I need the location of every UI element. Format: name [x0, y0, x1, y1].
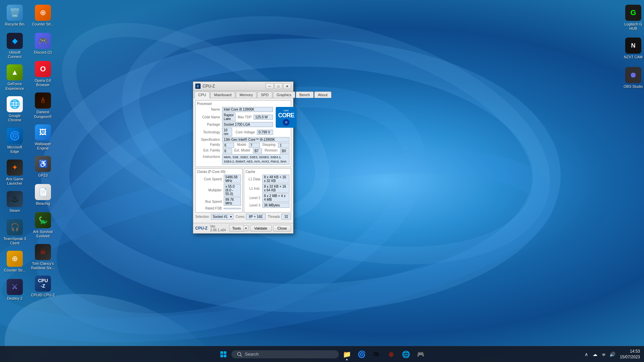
l1-inst-label: L1 Inst. [246, 187, 262, 190]
taskbar-store[interactable]: 🛍 [370, 348, 383, 361]
tab-graphics[interactable]: Graphics [273, 92, 295, 98]
l1-inst-row: L1 Inst. 8 x 32 KB + 16 x 64 KB [246, 184, 289, 193]
svg-rect-6 [224, 351, 226, 354]
intel-i9-badge: i9 [283, 119, 289, 126]
desktop-icon-ubisoft-connect[interactable]: ◆ Ubisoft Connect [1, 31, 28, 61]
taskbar-xbox[interactable]: 🎮 [414, 348, 427, 361]
start-button[interactable] [217, 348, 230, 361]
desktop-icon-counter-strike-2[interactable]: ⊕ Counter Str... [30, 3, 56, 29]
taskbar-chrome[interactable]: 🌐 [399, 348, 413, 361]
tray-speaker-icon[interactable]: 🔊 [609, 351, 616, 358]
core-voltage-value: 0.799 V [257, 130, 273, 135]
window-controls: ─ □ ✕ [266, 83, 291, 89]
bus-speed-value: 99.76 MHz [224, 197, 241, 206]
level3-value: 36 MBytes [262, 203, 289, 208]
desktop-icon-steam[interactable]: ♨ Steam [1, 189, 28, 216]
core-speed-label: Core Speed [197, 177, 224, 181]
desktop-icon-logitech-g-hub[interactable]: G Logitech G HUB [620, 3, 644, 33]
tray-wifi-icon[interactable] [600, 351, 607, 358]
core-voltage-label: Core Voltage [233, 130, 257, 134]
tools-button[interactable]: Tools [229, 225, 244, 232]
desktop-icon-ark-survival-evolved[interactable]: 🦕 Ark Survival Evolved [30, 210, 56, 240]
tools-dropdown-arrow[interactable]: ▾ [244, 225, 249, 231]
desktop: 🗑️ Recycle Bin ◆ Ubisoft Connect ▲ GeFor… [0, 0, 644, 346]
package-label: Package [197, 123, 222, 126]
desktop-icon-nzxt-cam[interactable]: N NZXT CAM [620, 36, 644, 62]
rated-fsb-row: Rated FSB [197, 206, 241, 210]
tray-chevron-up[interactable]: ∧ [583, 351, 590, 358]
family-label: Family [197, 143, 222, 148]
close-button-footer[interactable]: Close [273, 225, 291, 232]
processor-section-title: Processor [197, 102, 289, 106]
core-speed-row: Core Speed 5486.58 MHz [197, 175, 241, 183]
level2-value: 8 x 2 MB + 4 x 4 MB [262, 193, 289, 202]
desktop-icon-recycle-bin[interactable]: 🗑️ Recycle Bin [1, 3, 28, 29]
svg-rect-7 [220, 355, 223, 357]
tab-cpu[interactable]: CPU [195, 92, 210, 98]
selection-dropdown[interactable]: Socket #1 ▾ [211, 214, 233, 220]
desktop-icon-bleachig[interactable]: 📄 Bleachig [30, 182, 56, 209]
ext-family-model-revision-row: Ext. Family 6 Ext. Model B7 Revision B0 [197, 148, 289, 154]
close-button[interactable]: ✕ [283, 83, 291, 89]
cores-value: 8P + 16E [246, 214, 266, 220]
window-footer: CPU-Z Ver. 2.06.1.x64 Tools ▾ Validate C… [193, 223, 293, 233]
svg-rect-5 [220, 351, 223, 354]
level3-label: Level 3 [246, 203, 262, 207]
desktop-icon-wallpaper-engine[interactable]: 🖼 Wallpaper Engine [30, 122, 56, 153]
cores-label: Cores [235, 215, 245, 219]
multiplier-label: Multiplier [197, 188, 224, 192]
desktop-icon-google-chrome[interactable]: 🌐 Google Chrome [1, 94, 28, 124]
specification-label: Specification [197, 138, 222, 141]
tab-mainboard[interactable]: Mainboard [210, 92, 235, 98]
rated-fsb-value [224, 208, 241, 209]
model-label: Model [235, 143, 248, 148]
desktop-icon-destiny-2[interactable]: ⚔ Destiny 2 [1, 277, 28, 304]
svg-line-10 [240, 355, 242, 357]
desktop-icon-counter-strike[interactable]: ⊕ Counter Str... [1, 249, 28, 276]
maximize-button[interactable]: □ [274, 83, 282, 89]
desktop-icon-cpuid-cpu-z[interactable]: CPU-Z CPUID CPU-Z [30, 274, 56, 300]
technology-label: Technology [197, 130, 222, 134]
window-titlebar[interactable]: Z CPU-Z ─ □ ✕ [193, 82, 293, 91]
multiplier-value: x 55.0 (8.0 - 55.0) [224, 184, 241, 196]
selection-label: Selection [195, 215, 209, 219]
tab-about[interactable]: About [314, 92, 331, 98]
tab-memory[interactable]: Memory [236, 92, 257, 98]
cpuz-title-icon: Z [195, 83, 201, 89]
revision-label: Revision [263, 148, 279, 154]
desktop-icon-gp23[interactable]: ♿ GP23 [30, 154, 56, 181]
system-clock[interactable]: 14:53 15/07/2023 [620, 349, 640, 360]
validate-button[interactable]: Validate [250, 225, 272, 232]
desktop-icon-grid-left: 🗑️ Recycle Bin ◆ Ubisoft Connect ▲ GeFor… [0, 0, 40, 330]
tab-bar: CPU Mainboard Memory SPD Graphics Bench … [193, 91, 293, 98]
tray-cloud-icon[interactable]: ☁ [592, 351, 598, 358]
tab-bench[interactable]: Bench [296, 92, 314, 98]
taskbar-edge[interactable]: 🌀 [355, 348, 368, 361]
cores-group: Cores 8P + 16E [235, 214, 266, 220]
stepping-value: 1 [278, 143, 289, 148]
search-bar[interactable]: Search [231, 350, 339, 358]
taskbar-red-app[interactable]: ⊕ [384, 348, 398, 361]
desktop-icon-geforce-experience[interactable]: ▲ GeForce Experience [1, 62, 28, 93]
desktop-icon-teamspeak3[interactable]: 🎧 TeamSpeak 3 Client [1, 217, 28, 247]
code-name-value: Raptor Lake [222, 113, 235, 121]
multiplier-row: Multiplier x 55.0 (8.0 - 55.0) [197, 184, 241, 196]
desktop-icon-tom-clancy[interactable]: ☠ Tom Clancy's Rainbow Six... [30, 242, 56, 272]
desktop-icon-opera-gx[interactable]: O Opera GX Browser [30, 59, 56, 89]
taskbar-file-explorer[interactable]: 📁 [340, 348, 354, 361]
window-title: CPU-Z [203, 84, 215, 88]
tab-spd[interactable]: SPD [257, 92, 272, 98]
package-value: Socket 1700 LGA [222, 122, 273, 127]
desktop-icon-darkest-dungeon[interactable]: 🕯 Darkest Dungeon® [30, 90, 56, 121]
model-value: 7 [249, 143, 260, 148]
tools-group: Tools ▾ [229, 225, 249, 232]
desktop-icon-obs-studio[interactable]: ⏺ OBS Studio [620, 65, 644, 92]
clocks-cache-row: Clocks (P-Core #0) Core Speed 5486.58 MH… [195, 168, 291, 213]
technology-value: 10 nm [222, 128, 232, 136]
clocks-section: Clocks (P-Core #0) Core Speed 5486.58 MH… [195, 168, 243, 213]
desktop-icon-discord[interactable]: 🎮 Discord (2) [30, 31, 56, 58]
minimize-button[interactable]: ─ [266, 83, 274, 89]
desktop-icon-microsoft-edge[interactable]: 🌀 Microsoft Edge [1, 126, 28, 156]
desktop-icon-arix-game-launcher[interactable]: ✦ Arix Game Launcher [1, 158, 28, 188]
code-name-tdp-row: Code Name Raptor Lake Max TDP 125.0 W [197, 113, 273, 121]
